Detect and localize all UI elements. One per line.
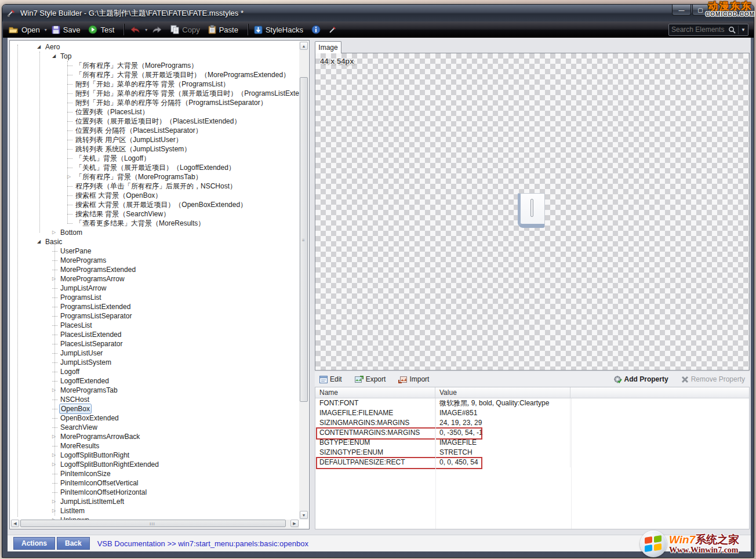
expand-icon[interactable]: ▷ (52, 460, 59, 469)
tree-item[interactable]: 程序列表（单击「所有程序」后展开的，NSCHost） (10, 182, 299, 191)
expand-icon[interactable]: ▷ (52, 274, 59, 284)
tree-item-label[interactable]: PinItemIconOffsetHorizontal (59, 488, 148, 497)
minimize-button[interactable]: — (672, 5, 691, 16)
expand-icon[interactable]: ▷ (67, 172, 74, 182)
info-button[interactable] (311, 25, 321, 34)
property-row[interactable]: FONT:FONT微软雅黑, 9, bold, Quality:Cleartyp… (315, 398, 749, 408)
property-row[interactable]: SIZINGTYPE:ENUMSTRETCH (315, 448, 749, 458)
property-value[interactable]: 0, 0, 450, 54 (435, 458, 570, 467)
tree-item[interactable]: ▷JumpListListItemLeft (10, 497, 299, 506)
tree-item[interactable]: PinItemIconOffsetHorizontal (10, 488, 299, 497)
tree-item[interactable]: MoreResults (10, 441, 299, 451)
property-value[interactable]: 24, 19, 23, 29 (435, 418, 570, 428)
tree-item[interactable]: 搜索框 大背景（OpenBox） (10, 191, 299, 200)
tree-item[interactable]: MorePrograms (10, 256, 299, 265)
tree-item[interactable]: 「所有程序」大背景（展开最近项目时）（MoreProgramsExtended） (10, 70, 299, 79)
property-value[interactable]: 微软雅黑, 9, bold, Quality:Cleartype (435, 398, 570, 408)
tree-item[interactable]: SearchView (10, 423, 299, 432)
copy-button[interactable]: Copy (170, 25, 199, 34)
tree-item[interactable]: 「查看更多结果」大背景（MoreResults） (10, 219, 299, 228)
tree-item-label[interactable]: Bottom (59, 228, 83, 237)
tree-item[interactable]: ▷Bottom (10, 228, 299, 237)
search-icon[interactable] (728, 26, 736, 34)
search-input[interactable] (671, 26, 728, 34)
tree-item-label[interactable]: 位置列表（展开最近项目时）（PlacesListExtended） (74, 117, 242, 126)
tree-item-label[interactable]: Logoff (59, 367, 81, 376)
property-row[interactable]: SIZINGMARGINS:MARGINS24, 19, 23, 29 (315, 418, 749, 428)
expand-icon[interactable]: ▷ (52, 451, 59, 460)
property-name[interactable]: DEFAULTPANESIZE:RECT (315, 458, 435, 467)
tree-item[interactable]: UserPane (10, 246, 299, 256)
tree-item-label[interactable]: 附到「开始」菜单的程序等 背景（展开最近项目时）（ProgramsListExt… (74, 89, 299, 98)
tree-item[interactable]: ◢Top (10, 52, 299, 61)
undo-dropdown-caret[interactable]: ▾ (145, 27, 147, 32)
tree-item-label[interactable]: UserPane (59, 246, 92, 256)
tree-item-label[interactable]: 「关机」背景（展开最近项目）（LogoffExtended） (74, 163, 237, 172)
tree-item[interactable]: 「关机」背景（Logoff） (10, 154, 299, 163)
property-name[interactable]: SIZINGTYPE:ENUM (315, 448, 435, 458)
property-name[interactable]: CONTENTMARGINS:MARGINS (315, 428, 435, 438)
tree-item-label[interactable]: MoreProgramsArrowBack (59, 432, 141, 441)
search-dropdown-caret[interactable]: ▼ (741, 27, 746, 32)
documentation-breadcrumb[interactable]: VSB Documentation >> win7:start_menu:pan… (97, 539, 308, 548)
tool-wand-button[interactable] (329, 26, 337, 34)
tree-item-label[interactable]: 「所有程序」大背景（MorePrograms） (74, 61, 199, 70)
tree-item[interactable]: ▷Unknown (10, 516, 299, 520)
export-button[interactable]: Export (355, 375, 386, 383)
tree-item-label[interactable]: SearchView (59, 423, 99, 432)
tree-item-label[interactable]: 搜索框 大背景（展开最近项目）（OpenBoxExtended） (74, 200, 248, 209)
tree-item-label[interactable]: 程序列表（单击「所有程序」后展开的，NSCHost） (74, 182, 238, 191)
tree-item-label[interactable]: 跳转列表 用户区（JumpListUser） (74, 135, 184, 144)
tree-item[interactable]: 位置列表（展开最近项目时）（PlacesListExtended） (10, 117, 299, 126)
tree-item[interactable]: 附到「开始」菜单的程序等 背景（展开最近项目时）（ProgramsListExt… (10, 89, 299, 98)
property-value[interactable]: IMAGE#851 (435, 408, 570, 418)
tree-item-label[interactable]: LogoffSplitButtonRightExtended (59, 460, 160, 469)
tree-item-label[interactable]: PlacesListExtended (59, 330, 122, 339)
tree-item-label[interactable]: MoreProgramsExtended (59, 265, 137, 274)
expand-icon[interactable]: ▷ (52, 516, 59, 520)
tree-item-label[interactable]: JumpListArrow (59, 284, 107, 293)
tree-item[interactable]: PinItemIconSize (10, 469, 299, 478)
tree-item-label[interactable]: 「所有程序」大背景（展开最近项目时）（MoreProgramsExtended） (74, 70, 291, 79)
tree-item[interactable]: ProgramsListSeparator (10, 311, 299, 321)
tree-item[interactable]: ▷MoreProgramsArrowBack (10, 432, 299, 441)
undo-button[interactable] (130, 26, 140, 34)
scroll-right-button[interactable]: ▶ (290, 520, 299, 527)
tree-item-label[interactable]: PinItemIconOffsetVertical (59, 478, 140, 488)
tree-item-label[interactable]: 位置列表（PlacesList） (74, 107, 150, 117)
collapse-icon[interactable]: ◢ (37, 42, 44, 52)
tree-item-label[interactable]: 「关机」背景（Logoff） (74, 154, 151, 163)
horizontal-scroll-thumb[interactable]: III (20, 520, 286, 527)
add-property-button[interactable]: Add Property (613, 375, 668, 383)
tree-item[interactable]: JumpListSystem (10, 358, 299, 367)
tree-item[interactable]: ◢Basic (10, 237, 299, 246)
property-row[interactable]: CONTENTMARGINS:MARGINS0, -350, 54, -1 (315, 428, 749, 438)
tree-item[interactable]: JumpListArrow (10, 284, 299, 293)
open-button[interactable]: Open (9, 26, 40, 34)
property-name[interactable]: IMAGEFILE:FILENAME (315, 408, 435, 418)
tree-item-label[interactable]: PlacesListSeparator (59, 339, 123, 349)
tree-item-label[interactable]: 「所有程序」背景（MoreProgramsTab） (74, 172, 203, 182)
tree-item-label[interactable]: MoreProgramsArrow (59, 274, 126, 284)
tree-item[interactable]: PlacesListExtended (10, 330, 299, 339)
tree-item-label[interactable]: ProgramsListSeparator (59, 311, 133, 321)
paste-button[interactable]: Paste (208, 25, 238, 34)
expand-icon[interactable]: ▷ (52, 432, 59, 441)
edit-button[interactable]: Edit (319, 375, 342, 383)
tree-item[interactable]: ProgramsListExtended (10, 302, 299, 311)
tree-item-label[interactable]: ListItem (59, 506, 86, 516)
expand-icon[interactable]: ▷ (52, 497, 59, 506)
vertical-scroll-thumb[interactable]: ≡ (300, 77, 308, 402)
tree-item[interactable]: NSCHost (10, 395, 299, 404)
tree-item-label[interactable]: MoreResults (59, 441, 100, 451)
tree-item-label[interactable]: PlacesList (59, 321, 93, 330)
tree-horizontal-scrollbar[interactable]: ◀ III ▶ (10, 520, 299, 528)
tree-item-label[interactable]: LogoffExtended (59, 376, 110, 386)
tree-item-label[interactable]: Aero (44, 42, 61, 52)
tree-item[interactable]: LogoffExtended (10, 376, 299, 386)
tree-item[interactable]: PlacesList (10, 321, 299, 330)
property-name[interactable]: SIZINGMARGINS:MARGINS (315, 418, 435, 428)
property-row[interactable]: DEFAULTPANESIZE:RECT0, 0, 450, 54 (315, 458, 749, 467)
tree-item[interactable]: ◢Aero (10, 42, 299, 52)
tree-item[interactable]: Logoff (10, 367, 299, 376)
